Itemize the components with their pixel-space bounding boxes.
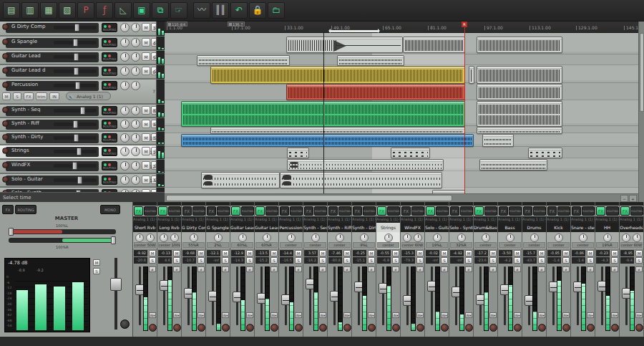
- strip-fx-button[interactable]: FX: [426, 206, 435, 216]
- master-fader-thumb[interactable]: [110, 278, 122, 291]
- width-knob[interactable]: [131, 67, 140, 76]
- strip-routing-button[interactable]: ROUTING: [144, 206, 157, 216]
- pan-knob[interactable]: [120, 52, 130, 62]
- mute-button[interactable]: M: [142, 52, 150, 61]
- strip-mute-button[interactable]: M: [222, 250, 229, 256]
- mixer-strip-overheads[interactable]: FXROUTINGAnalog 1 (1) ▾Overheadscenter 6…: [620, 202, 644, 337]
- strip-record-arm[interactable]: [514, 324, 522, 332]
- width-knob[interactable]: [131, 81, 140, 90]
- track-fader-thumb[interactable]: [80, 107, 85, 115]
- strip-pan-knob[interactable]: [555, 234, 563, 242]
- record-arm-icon[interactable]: [2, 39, 9, 45]
- media-item[interactable]: [210, 127, 465, 134]
- strip-mute-button[interactable]: M: [343, 250, 351, 256]
- strip-fx-button[interactable]: FX: [572, 206, 581, 216]
- strip-fader[interactable]: [333, 266, 336, 325]
- strip-routing-button[interactable]: ROUTING: [630, 206, 643, 216]
- strip-input-label[interactable]: Analog 1 (1) ▾: [571, 216, 595, 223]
- record-arm-icon[interactable]: [2, 107, 9, 113]
- track-fx-button[interactable]: FX: [24, 92, 34, 100]
- strip-solo-button[interactable]: S: [611, 257, 618, 264]
- strip-input-label[interactable]: Analog 1 (1) ▾: [401, 216, 424, 223]
- record-arm-icon[interactable]: [2, 67, 9, 74]
- mixer-strip-solo-guitar[interactable]: FXROUTINGAnalog 1 (1) ▾Solo - Guitar19%L…: [425, 202, 449, 337]
- strip-mute-button[interactable]: M: [197, 250, 205, 256]
- strip-solo-button[interactable]: S: [416, 257, 424, 264]
- strip-routing-button[interactable]: ROUTING: [533, 206, 546, 216]
- width-knob[interactable]: [131, 38, 140, 47]
- vertical-scroll-thumb[interactable]: [640, 33, 644, 112]
- track-routing-button[interactable]: ROUTING: [102, 161, 117, 170]
- track-row-strings[interactable]: StringsROUTINGMS11: [0, 145, 165, 159]
- strip-routing-button[interactable]: ROUTING: [265, 206, 278, 216]
- mixer-strip-hh[interactable]: FXROUTINGAnalog 1 (1) ▾HH19%R-0.23-4.3MS…: [595, 202, 620, 337]
- strip-input-button[interactable]: IN▾: [465, 312, 472, 318]
- strip-pan-knob[interactable]: [403, 234, 411, 242]
- track-s-button[interactable]: S: [13, 92, 21, 100]
- strip-mute-button[interactable]: M: [149, 250, 156, 256]
- strip-input-button[interactable]: IN▾: [173, 312, 180, 318]
- tempo-marker[interactable]: 136.7: [228, 21, 245, 27]
- record-arm-icon[interactable]: [2, 82, 9, 88]
- track-routing-button[interactable]: ROUTING: [102, 67, 117, 76]
- action-p-icon[interactable]: P: [77, 2, 94, 19]
- mute-button[interactable]: M: [142, 23, 150, 32]
- strip-routing-button[interactable]: ROUTING: [411, 206, 424, 216]
- strip-record-arm[interactable]: [392, 324, 400, 332]
- strip-phase-button[interactable]: ø: [270, 266, 278, 272]
- strip-fader[interactable]: [187, 266, 190, 325]
- strip-phase-button[interactable]: ø: [489, 266, 497, 272]
- strip-input-label[interactable]: Analog 1 (1) ▾: [474, 216, 497, 223]
- track-row-synth-riff[interactable]: Synth - RiffROUTINGMS9: [0, 118, 165, 131]
- strip-input-label[interactable]: Analog 1 (1) ▾: [620, 216, 643, 223]
- strip-phase-button[interactable]: ø: [587, 266, 594, 272]
- strip-phase-button[interactable]: ø: [392, 266, 399, 272]
- strip-solo-button[interactable]: S: [343, 257, 351, 264]
- track-routing-button[interactable]: ROUTING: [102, 106, 117, 115]
- strip-input-label[interactable]: Analog 1 (1) ▾: [157, 216, 181, 223]
- mixer-strip-solo-synth[interactable]: FXROUTINGAnalog 1 (1) ▾Solo - Synth32%R-…: [449, 202, 474, 337]
- master-solo-button[interactable]: S: [93, 268, 100, 274]
- strip-routing-button[interactable]: ROUTING: [460, 206, 473, 216]
- record-arm-icon[interactable]: [2, 162, 9, 168]
- strip-input-label[interactable]: Analog 1 (1) ▾: [206, 216, 230, 223]
- track-fader-thumb[interactable]: [74, 67, 79, 75]
- track-in-button[interactable]: IN: [49, 92, 59, 100]
- media-item[interactable]: [528, 148, 562, 158]
- render-icon[interactable]: ▧: [59, 2, 76, 19]
- strip-solo-button[interactable]: S: [295, 257, 302, 264]
- media-item[interactable]: [477, 84, 562, 100]
- strip-pan-knob[interactable]: [457, 234, 466, 242]
- strip-pan-knob[interactable]: [160, 234, 168, 242]
- track-fader-thumb[interactable]: [73, 120, 78, 128]
- region-marker[interactable]: R: [462, 21, 467, 27]
- media-item[interactable]: [280, 172, 442, 188]
- open-project-icon[interactable]: ▥: [21, 2, 39, 19]
- track-m-button[interactable]: M: [2, 92, 11, 100]
- strip-record-arm[interactable]: [416, 324, 424, 332]
- strip-width-knob[interactable]: [170, 234, 179, 242]
- track-row-solo-guitar[interactable]: Solo - GuitarROUTINGMS13: [0, 174, 165, 187]
- strip-solo-button[interactable]: S: [246, 257, 253, 264]
- record-arm-icon[interactable]: [2, 120, 9, 127]
- master-mono-button[interactable]: MONO: [100, 205, 120, 214]
- media-explorer-icon[interactable]: 🗀: [268, 2, 285, 19]
- strip-pan-knob[interactable]: [603, 234, 612, 242]
- track-volume-fader[interactable]: [54, 109, 97, 112]
- pan-knob[interactable]: [120, 176, 130, 185]
- mixer-strip-bass[interactable]: FXROUTINGAnalog 1 (1) ▾Basscenter-3.50-4…: [498, 202, 522, 337]
- strip-solo-button[interactable]: S: [465, 257, 472, 264]
- mute-button[interactable]: M: [142, 106, 150, 115]
- strip-fader[interactable]: [358, 266, 360, 325]
- mixer-strip-windfx[interactable]: FXROUTINGAnalog 1 (1) ▾WindFXcenter 60W-…: [401, 202, 425, 337]
- strip-input-label[interactable]: Analog 1 (1) ▾: [279, 216, 303, 223]
- strip-input-button[interactable]: IN▾: [343, 312, 351, 318]
- media-item[interactable]: [337, 55, 404, 66]
- media-item[interactable]: [287, 159, 444, 170]
- strip-phase-button[interactable]: ø: [149, 266, 156, 272]
- strip-solo-button[interactable]: S: [149, 257, 156, 264]
- media-item[interactable]: [181, 134, 474, 147]
- strip-width-knob[interactable]: [414, 234, 422, 242]
- strip-pan-knob[interactable]: [360, 234, 369, 242]
- track-row-g-spangle[interactable]: G SpangleROUTINGMS4: [0, 37, 165, 50]
